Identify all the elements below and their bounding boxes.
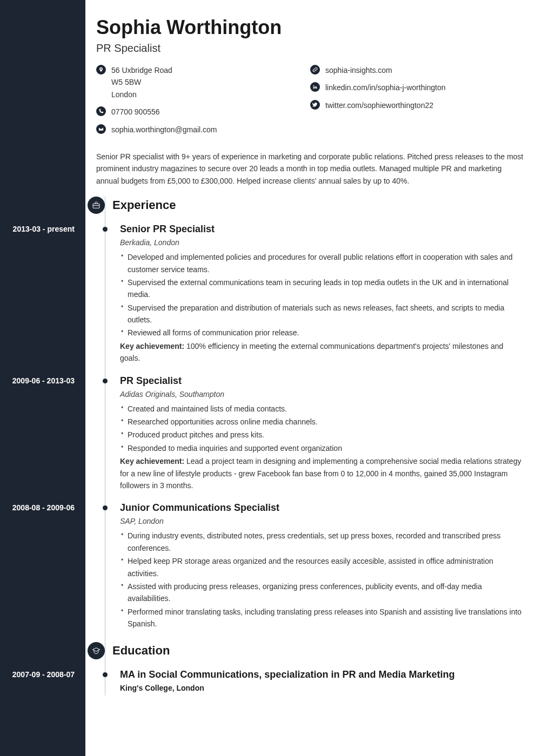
bullet: Reviewed all forms of communication prio… [120, 327, 524, 339]
experience-section: Experience 2013-03 - presentSenior PR Sp… [85, 197, 524, 695]
entry-company: Adidas Originals, Southampton [120, 390, 524, 399]
bullet: Developed and implemented policies and p… [120, 251, 524, 275]
entry-company: Berkadia, London [120, 238, 524, 247]
bullet: Created and maintained lists of media co… [120, 403, 524, 415]
entry-date: 2008-08 - 2009-06 [0, 503, 80, 512]
entry-bullets: During industry events, distributed note… [120, 530, 524, 630]
contact-item: 56 Uxbridge RoadW5 5BWLondon [96, 64, 310, 100]
contact-item: 07700 900556 [96, 106, 310, 118]
contact-text: 07700 900556 [111, 106, 160, 118]
entry-title: Junior Communications Specialist [120, 502, 524, 514]
experience-title: Experience [112, 198, 176, 212]
contact-item: sophia.worthington@gmail.com [96, 124, 310, 136]
phone-icon [96, 106, 106, 116]
education-entry: 2007-09 - 2008-07MA in Social Communicat… [85, 669, 524, 696]
twitter-icon [310, 100, 320, 110]
job-title: PR Specialist [85, 42, 524, 55]
entry-achievement: Key achievement: 100% efficiency in meet… [120, 340, 524, 364]
bullet: Supervised the external communications t… [120, 276, 524, 301]
contact-row: 56 Uxbridge RoadW5 5BWLondon07700 900556… [85, 64, 524, 141]
summary-paragraph: Senior PR specialist with 9+ years of ex… [85, 151, 524, 187]
education-title: Education [112, 644, 170, 658]
svg-rect-0 [93, 204, 99, 208]
contact-left: 56 Uxbridge RoadW5 5BWLondon07700 900556… [96, 64, 310, 141]
bullet: Researched opportunities across online m… [120, 416, 524, 428]
experience-entry: 2009-06 - 2013-03PR SpecialistAdidas Ori… [85, 375, 524, 492]
email-icon [96, 124, 106, 134]
location-icon [96, 65, 106, 75]
education-header: Education [85, 642, 524, 659]
bullet: Performed minor translating tasks, inclu… [120, 606, 524, 630]
entry-school: King's College, London [120, 684, 524, 692]
entry-company: SAP, London [120, 517, 524, 525]
experience-header: Experience [85, 197, 524, 214]
bullet: Supervised the preparation and distribut… [120, 302, 524, 326]
experience-entry: 2008-08 - 2009-06Junior Communications S… [85, 502, 524, 631]
bullet: During industry events, distributed note… [120, 530, 524, 554]
entry-bullets: Created and maintained lists of media co… [120, 403, 524, 455]
full-name: Sophia Worthington [85, 16, 524, 39]
linkedin-icon [310, 82, 320, 92]
bullet: Responded to media inquiries and support… [120, 442, 524, 454]
entry-date: 2013-03 - present [0, 225, 80, 233]
entry-title: MA in Social Communications, specializat… [120, 669, 524, 680]
entry-achievement: Key achievement: Lead a project team in … [120, 455, 524, 491]
timeline-dot [103, 379, 108, 383]
timeline-dot [103, 505, 108, 510]
contact-text: twitter.com/sophieworthington22 [325, 99, 433, 111]
briefcase-icon [88, 197, 105, 214]
entry-title: Senior PR Specialist [120, 224, 524, 235]
timeline-dot [103, 672, 108, 677]
graduation-cap-icon [88, 642, 105, 659]
contact-text: sophia-insights.com [325, 64, 392, 76]
entry-date: 2007-09 - 2008-07 [0, 670, 80, 679]
bullet: Assisted with producing press releases, … [120, 580, 524, 605]
contact-item: sophia-insights.com [310, 64, 524, 76]
main-content: Sophia Worthington PR Specialist 56 Uxbr… [85, 0, 535, 756]
bullet: Produced product pitches and press kits. [120, 429, 524, 441]
contact-text: sophia.worthington@gmail.com [111, 124, 217, 136]
entry-date: 2009-06 - 2013-03 [0, 376, 80, 385]
entry-title: PR Specialist [120, 375, 524, 387]
contact-item: linkedin.com/in/sophia-j-worthington [310, 82, 524, 93]
contact-text: 56 Uxbridge RoadW5 5BWLondon [111, 64, 172, 100]
experience-entry: 2013-03 - presentSenior PR SpecialistBer… [85, 224, 524, 364]
contact-item: twitter.com/sophieworthington22 [310, 99, 524, 111]
contact-text: linkedin.com/in/sophia-j-worthington [325, 82, 446, 93]
entry-bullets: Developed and implemented policies and p… [120, 251, 524, 339]
bullet: Helped keep PR storage areas organized a… [120, 555, 524, 579]
timeline-dot [103, 227, 108, 232]
contact-right: sophia-insights.comlinkedin.com/in/sophi… [310, 64, 524, 141]
link-icon [310, 65, 320, 75]
